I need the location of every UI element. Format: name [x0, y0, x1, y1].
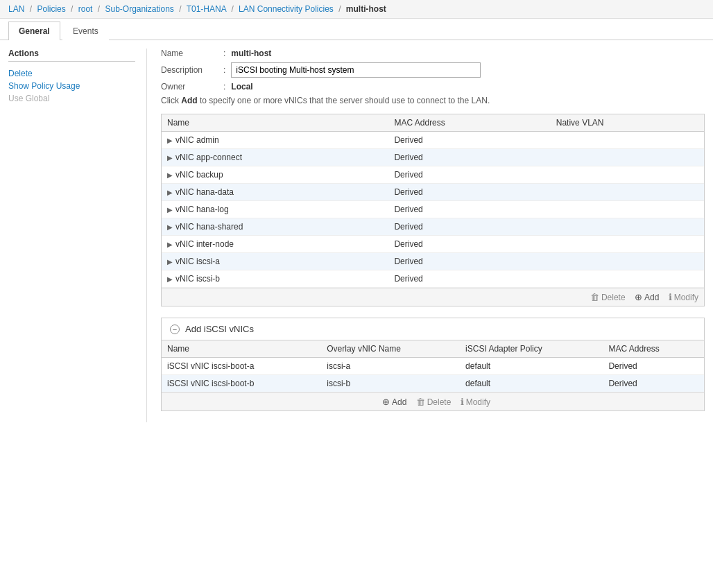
iscsi-delete-button[interactable]: 🗑 Delete — [416, 397, 452, 407]
vnic-name-cell: ▶vNIC admin — [162, 132, 388, 149]
iscsi-table-row[interactable]: iSCSI vNIC iscsi-boot-b iscsi-b default … — [162, 375, 704, 392]
vnic-vlan-cell — [551, 218, 704, 236]
iscsi-table: Name Overlay vNIC Name iSCSI Adapter Pol… — [162, 340, 704, 392]
vnic-name-cell: ▶vNIC hana-shared — [162, 218, 388, 236]
breadcrumb-root[interactable]: root — [78, 4, 93, 14]
owner-label: Owner — [161, 82, 223, 92]
vnic-table-row[interactable]: ▶vNIC hana-log Derived — [162, 201, 704, 218]
expand-icon[interactable]: ▶ — [167, 258, 173, 266]
vnic-mac-cell: Derived — [388, 149, 550, 166]
col-vlan: Native VLAN — [551, 114, 704, 132]
iscsi-overlay-cell: iscsi-b — [321, 375, 460, 392]
expand-icon[interactable]: ▶ — [167, 241, 173, 248]
vnic-delete-button[interactable]: 🗑 Delete — [590, 292, 626, 302]
add-label: Add — [644, 293, 659, 302]
sep6: / — [338, 4, 341, 14]
vnic-mac-cell: Derived — [388, 132, 550, 149]
iscsi-name-cell: iSCSI vNIC iscsi-boot-a — [162, 358, 321, 375]
description-input[interactable] — [231, 62, 481, 78]
vnic-name-cell: ▶vNIC iscsi-b — [162, 270, 388, 288]
iscsi-delete-label: Delete — [427, 397, 452, 407]
actions-title: Actions — [8, 49, 135, 62]
tab-general[interactable]: General — [8, 21, 60, 40]
vnic-name-cell: ▶vNIC backup — [162, 166, 388, 184]
vnic-add-button[interactable]: ⊕ Add — [635, 292, 659, 302]
iscsi-add-button[interactable]: ⊕ Add — [382, 397, 406, 407]
vnic-table-row[interactable]: ▶vNIC hana-data Derived — [162, 184, 704, 201]
tab-events[interactable]: Events — [62, 21, 109, 40]
name-value: multi-host — [231, 49, 271, 58]
vnic-mac-cell: Derived — [388, 184, 550, 201]
breadcrumb-t01-hana[interactable]: T01-HANA — [187, 4, 226, 14]
breadcrumb-sub-orgs[interactable]: Sub-Organizations — [105, 4, 173, 14]
vnic-name-cell: ▶vNIC app-connect — [162, 149, 388, 166]
delete-action[interactable]: Delete — [8, 67, 135, 80]
vnic-vlan-cell — [551, 132, 704, 149]
expand-icon[interactable]: ▶ — [167, 206, 173, 214]
vnic-modify-button[interactable]: ℹ Modify — [669, 292, 698, 302]
vnic-table-row[interactable]: ▶vNIC iscsi-b Derived — [162, 270, 704, 288]
breadcrumb-lan[interactable]: LAN — [8, 4, 24, 14]
expand-icon[interactable]: ▶ — [167, 189, 173, 196]
vnic-table-row[interactable]: ▶vNIC app-connect Derived — [162, 149, 704, 166]
vnic-name-cell: ▶vNIC inter-node — [162, 236, 388, 253]
owner-value: Local — [231, 82, 252, 92]
vnic-name-cell: ▶vNIC iscsi-a — [162, 253, 388, 270]
iscsi-name-cell: iSCSI vNIC iscsi-boot-b — [162, 375, 321, 392]
expand-icon[interactable]: ▶ — [167, 154, 173, 162]
show-policy-usage-action[interactable]: Show Policy Usage — [8, 80, 135, 92]
description-row: Description : — [161, 62, 705, 78]
owner-colon: : — [223, 82, 225, 92]
vnic-table-row[interactable]: ▶vNIC backup Derived — [162, 166, 704, 184]
breadcrumb-lan-connectivity[interactable]: LAN Connectivity Policies — [239, 4, 334, 14]
vnic-table: Name MAC Address Native VLAN ▶vNIC admin… — [162, 114, 704, 288]
expand-icon[interactable]: ▶ — [167, 223, 173, 231]
iscsi-col-policy: iSCSI Adapter Policy — [460, 340, 603, 358]
iscsi-col-name: Name — [162, 340, 321, 358]
tab-bar: General Events — [0, 21, 713, 40]
add-icon: ⊕ — [635, 292, 642, 302]
iscsi-overlay-cell: iscsi-a — [321, 358, 460, 375]
breadcrumb-policies[interactable]: Policies — [37, 4, 65, 14]
iscsi-table-row[interactable]: iSCSI vNIC iscsi-boot-a iscsi-a default … — [162, 358, 704, 375]
iscsi-col-overlay: Overlay vNIC Name — [321, 340, 460, 358]
name-colon: : — [223, 49, 225, 58]
owner-row: Owner : Local — [161, 82, 705, 92]
iscsi-mac-cell: Derived — [603, 358, 704, 375]
vnic-mac-cell: Derived — [388, 270, 550, 288]
vnic-table-row[interactable]: ▶vNIC iscsi-a Derived — [162, 253, 704, 270]
add-instruction: Click Add to specify one or more vNICs t… — [161, 96, 705, 105]
sep4: / — [179, 4, 181, 14]
delete-label: Delete — [601, 293, 626, 302]
expand-icon[interactable]: ▶ — [167, 137, 173, 144]
iscsi-modify-label: Modify — [466, 397, 490, 407]
iscsi-title: Add iSCSI vNICs — [185, 324, 254, 334]
sep3: / — [98, 4, 100, 14]
sep1: / — [30, 4, 32, 14]
vnic-name-cell: ▶vNIC hana-data — [162, 184, 388, 201]
vnic-table-row[interactable]: ▶vNIC admin Derived — [162, 132, 704, 149]
vnic-table-actions: 🗑 Delete ⊕ Add ℹ Modify — [162, 288, 704, 306]
vnic-mac-cell: Derived — [388, 253, 550, 270]
iscsi-col-mac: MAC Address — [603, 340, 704, 358]
collapse-icon[interactable]: − — [170, 325, 180, 334]
iscsi-mac-cell: Derived — [603, 375, 704, 392]
iscsi-table-header: Name Overlay vNIC Name iSCSI Adapter Pol… — [162, 340, 704, 358]
vnic-mac-cell: Derived — [388, 201, 550, 218]
expand-icon[interactable]: ▶ — [167, 275, 173, 283]
vnic-name-cell: ▶vNIC hana-log — [162, 201, 388, 218]
description-label: Description — [161, 65, 223, 75]
iscsi-policy-cell: default — [460, 358, 603, 375]
iscsi-modify-button[interactable]: ℹ Modify — [461, 397, 490, 407]
vnic-table-row[interactable]: ▶vNIC inter-node Derived — [162, 236, 704, 253]
iscsi-modify-icon: ℹ — [461, 397, 464, 407]
description-colon: : — [223, 65, 225, 75]
name-row: Name : multi-host — [161, 49, 705, 58]
sep5: / — [231, 4, 233, 14]
content-area: Name : multi-host Description : Owner : … — [147, 49, 705, 422]
iscsi-add-icon: ⊕ — [382, 397, 390, 407]
vnic-vlan-cell — [551, 184, 704, 201]
expand-icon[interactable]: ▶ — [167, 171, 173, 179]
vnic-vlan-cell — [551, 201, 704, 218]
vnic-table-row[interactable]: ▶vNIC hana-shared Derived — [162, 218, 704, 236]
